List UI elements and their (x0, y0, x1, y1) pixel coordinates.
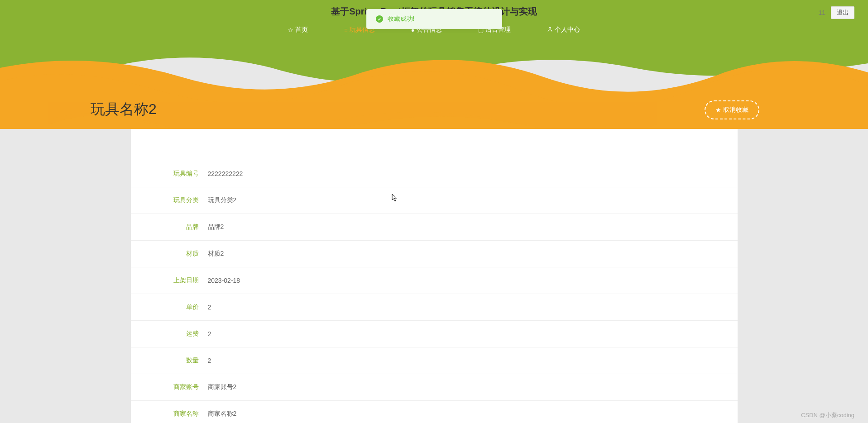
nav-personal-label: 个人中心 (555, 26, 580, 34)
detail-label: 商家账号 (153, 383, 199, 391)
page-scroll[interactable]: 基于Spring Boot框架的玩具销售系统的设计与实现 11 退出 ☆ 首页 … (0, 0, 868, 423)
detail-row: 上架日期2023-02-18 (131, 267, 738, 294)
star-icon: ☆ (288, 27, 293, 33)
svg-point-0 (549, 27, 551, 29)
star-fill-icon: ★ (715, 106, 721, 114)
cancel-fav-label: 取消收藏 (723, 106, 748, 114)
detail-value: 商家账号2 (208, 383, 237, 391)
detail-row: 商家名称商家名称2 (131, 401, 738, 423)
detail-value: 2 (208, 304, 211, 311)
detail-value: 2 (208, 330, 211, 337)
detail-row: 运费2 (131, 321, 738, 347)
detail-label: 品牌 (153, 223, 199, 231)
detail-row: 单价2 (131, 294, 738, 321)
detail-row: 玩具编号2222222222 (131, 161, 738, 187)
nav-personal[interactable]: 个人中心 (547, 26, 580, 34)
detail-value: 2 (208, 357, 211, 364)
toast-success: ✓ 收藏成功! (366, 9, 502, 29)
detail-value: 2023-02-18 (208, 277, 240, 284)
detail-row: 材质材质2 (131, 241, 738, 267)
detail-panel: 玩具编号2222222222玩具分类玩具分类2品牌品牌2材质材质2上架日期202… (131, 129, 738, 423)
detail-value: 2222222222 (208, 170, 243, 177)
nav-home-label: 首页 (295, 26, 308, 34)
detail-value: 材质2 (208, 250, 224, 258)
user-id-label: 11 (818, 9, 825, 16)
detail-row: 数量2 (131, 347, 738, 374)
detail-label: 玩具编号 (153, 170, 199, 178)
top-right-bar: 11 退出 (818, 6, 854, 19)
detail-label: 上架日期 (153, 276, 199, 285)
detail-row: 品牌品牌2 (131, 214, 738, 241)
detail-label: 商家名称 (153, 410, 199, 418)
detail-label: 数量 (153, 356, 199, 365)
detail-value: 玩具分类2 (208, 196, 237, 204)
detail-label: 玩具分类 (153, 196, 199, 204)
toast-text: 收藏成功! (388, 15, 415, 23)
header: 基于Spring Boot框架的玩具销售系统的设计与实现 11 退出 ☆ 首页 … (0, 0, 868, 45)
detail-label: 材质 (153, 250, 199, 258)
detail-label: 运费 (153, 330, 199, 338)
nav-home[interactable]: ☆ 首页 (288, 26, 308, 34)
detail-label: 单价 (153, 303, 199, 311)
cancel-favorite-button[interactable]: ★ 取消收藏 (705, 100, 759, 119)
product-title: 玩具名称2 (91, 100, 157, 119)
logout-button[interactable]: 退出 (831, 6, 854, 19)
detail-value: 品牌2 (208, 223, 224, 231)
detail-value: 商家名称2 (208, 410, 237, 418)
watermark: CSDN @小蔡coding (801, 411, 854, 419)
detail-row: 玩具分类玩具分类2 (131, 187, 738, 214)
detail-row: 商家账号商家账号2 (131, 374, 738, 401)
user-icon (547, 26, 553, 33)
check-icon: ✓ (376, 15, 383, 23)
list-icon: ≡ (344, 27, 348, 33)
